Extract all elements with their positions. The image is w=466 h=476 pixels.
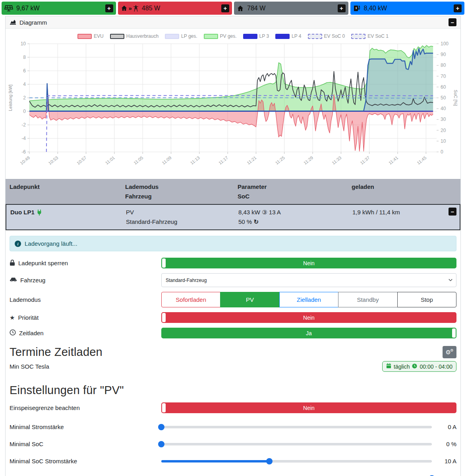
legend-item[interactable]: EV SoC 1 [351, 33, 389, 39]
statbox-house: 784 W + [234, 2, 348, 15]
mode-pv-button[interactable]: PV [220, 292, 279, 307]
svg-text:11:17: 11:17 [218, 155, 229, 165]
legend-item[interactable]: EVU [77, 33, 104, 39]
svg-text:80: 80 [441, 62, 446, 68]
svg-text:50: 50 [441, 95, 446, 101]
legend-item[interactable]: LP 4 [275, 33, 301, 39]
legend-swatch [165, 34, 179, 39]
schedule-heading: Termine Zeitladen [10, 346, 102, 359]
legend-label: EV SoC 0 [324, 33, 345, 39]
svg-text:10:57: 10:57 [76, 155, 87, 165]
expand-pv-button[interactable]: + [105, 4, 113, 12]
svg-text:11:09: 11:09 [161, 155, 172, 165]
svg-text:-4: -4 [21, 136, 26, 141]
soc-refresh-icon[interactable]: ↻ [253, 218, 259, 225]
mode-zielladen-button[interactable]: Zielladen [279, 292, 338, 307]
vehicle-select[interactable]: Standard-Fahrzeug [161, 273, 456, 287]
svg-text:10: 10 [441, 138, 446, 144]
legend-label: EVU [94, 33, 104, 39]
mode-row: Lademodus Sofortladen PV Zielladen Stand… [10, 292, 456, 307]
statbox-grid: » 485 W + [118, 2, 232, 15]
lock-toggle[interactable]: Nein [161, 258, 456, 268]
mode-standby-button[interactable]: Standby [338, 292, 397, 307]
svg-text:90: 90 [441, 52, 446, 57]
expand-grid-button[interactable]: + [221, 4, 229, 12]
settings-heading: Einstellungen für "PV" [10, 384, 124, 397]
svg-text:60: 60 [441, 84, 446, 90]
table-header-row: Ladepunkt LademodusFahrzeug ParameterSoC… [6, 179, 460, 204]
slider-row-min-soc-current: Minimal SoC Stromstärke 10 A [10, 458, 456, 464]
lock-row: Ladepunkt sperren Nein [10, 258, 456, 268]
min-soc-current-slider[interactable] [161, 458, 432, 464]
expand-house-button[interactable]: + [338, 4, 346, 12]
slider-row-min-soc: Minimal SoC 0 % [10, 441, 456, 447]
legend-item[interactable]: EV SoC 0 [308, 33, 345, 39]
settings-heading-row: Einstellungen für "PV" [10, 384, 456, 397]
svg-text:Leistung [kW]: Leistung [kW] [8, 85, 13, 111]
svg-text:11:13: 11:13 [189, 155, 201, 165]
alert-text: Ladevorgang läuft... [25, 240, 77, 247]
schedule-settings-button[interactable]: ⚙⚙ [443, 346, 456, 358]
col-geladen: geladen [352, 182, 447, 201]
slider-thumb [266, 458, 273, 464]
info-icon: i [15, 241, 21, 247]
charged-value: 1,9 kWh / 11,4 km [352, 208, 448, 227]
schedule-badge[interactable]: täglich 00:00 - 04:00 [382, 361, 456, 372]
timecharge-toggle[interactable]: Ja [161, 328, 456, 338]
badge-frequency: täglich [394, 363, 410, 370]
min-soc-slider[interactable] [161, 441, 432, 447]
svg-text:100: 100 [441, 41, 449, 47]
chart-area-icon [10, 19, 16, 26]
legend-label: Hausverbrauch [126, 33, 159, 39]
legend-label: PV ges. [220, 33, 237, 39]
mode-button-group: Sofortladen PV Zielladen Standby Stop [161, 292, 456, 307]
min-current-value: 0 A [432, 424, 456, 430]
legend-item[interactable]: PV ges. [204, 33, 237, 39]
svg-text:8: 8 [23, 54, 26, 60]
feedin-label: Einspeisegrenze beachten [10, 404, 161, 411]
car-icon [10, 276, 17, 284]
charging-station-icon [353, 5, 361, 12]
legend-item[interactable]: LP ges. [165, 33, 197, 39]
legend-label: LP ges. [181, 33, 197, 39]
svg-text:11:45: 11:45 [416, 155, 427, 165]
feedin-toggle[interactable]: Nein [161, 402, 456, 413]
chevron-down-icon [449, 279, 452, 282]
diagram-collapse-button[interactable]: − [449, 18, 456, 26]
chart-legend: EVUHausverbrauchLP ges.PV ges.LP 3LP 4EV… [6, 29, 460, 39]
priority-toggle[interactable]: Nein [161, 312, 456, 323]
legend-label: EV SoC 1 [367, 33, 389, 39]
min-soc-value: 0 % [432, 441, 456, 447]
legend-item[interactable]: Hausverbrauch [110, 33, 159, 39]
svg-text:70: 70 [441, 74, 446, 79]
table-row[interactable]: Duo LP1 PVStandard-Fahrzeug 8,43 kW ③ 13… [6, 204, 460, 230]
expand-charge-button[interactable]: + [454, 4, 462, 12]
house-icon [237, 5, 244, 12]
legend-swatch [110, 34, 124, 39]
power-chart[interactable]: 1086420-2-4-6100908070605040302010010:49… [6, 39, 459, 177]
min-current-slider[interactable] [161, 424, 432, 430]
svg-text:30: 30 [441, 117, 446, 122]
schedule-item-label: Min SOC Tesla [10, 363, 49, 370]
badge-clock-icon [412, 363, 417, 370]
main-card: Diagramm − EVUHausverbrauchLP ges.PV ges… [5, 16, 461, 476]
badge-time: 00:00 - 04:00 [420, 363, 452, 370]
svg-text:0: 0 [441, 149, 443, 155]
row-collapse-button[interactable]: − [449, 208, 456, 216]
mode-stop-button[interactable]: Stop [397, 292, 456, 307]
col-ladepunkt: Ladepunkt [10, 182, 125, 201]
pv-power-value: 9,67 kW [16, 5, 40, 12]
legend-swatch [204, 34, 218, 39]
svg-text:10: 10 [21, 41, 26, 47]
clock-icon [10, 329, 16, 337]
mode-sofortladen-button[interactable]: Sofortladen [161, 292, 220, 307]
slider-thumb [158, 424, 164, 430]
legend-label: LP 4 [292, 33, 301, 39]
legend-item[interactable]: LP 3 [243, 33, 269, 39]
legend-swatch [77, 34, 92, 39]
solar-panel-icon [4, 5, 13, 12]
schedule-item-row: Min SOC Tesla täglich 00:00 - 04:00 [10, 361, 456, 372]
grid-power-value: 485 W [142, 5, 160, 12]
svg-text:11:01: 11:01 [104, 155, 116, 165]
house-power-value: 784 W [247, 5, 265, 12]
